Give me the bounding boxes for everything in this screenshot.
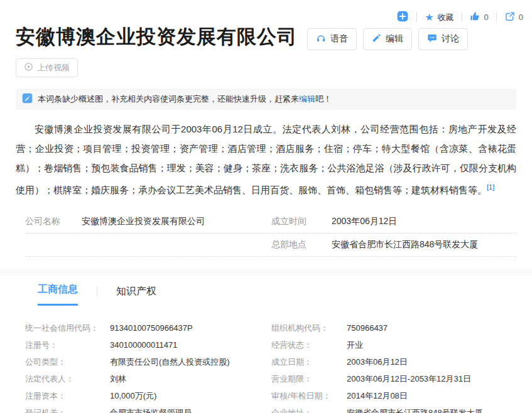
reference-link[interactable]: [1] <box>487 183 494 191</box>
notice-bar: 本词条缺少概述图，补充相关内容使词条更完整，还能快速升级，赶紧来编辑吧！ <box>16 88 516 110</box>
tab-business-info[interactable]: 工商信息 <box>38 283 78 306</box>
notice-edit-link[interactable]: 编辑 <box>299 94 315 104</box>
share-icon <box>504 11 515 24</box>
tab-divider <box>97 287 97 297</box>
company-name-cell: 公司名称 安徽博澳企业投资发展有限公司 <box>25 210 271 233</box>
toolbar-divider <box>416 13 417 22</box>
info-value: 91340100750966437P <box>110 319 193 336</box>
info-value: 2003年06月12日 <box>347 353 408 370</box>
tab-intellectual-property[interactable]: 知识产权 <box>116 285 156 306</box>
chat-bubble-icon <box>427 33 437 45</box>
info-label: 企业地址： <box>271 404 347 413</box>
toolbar-divider <box>462 13 462 22</box>
pencil-badge-icon <box>22 93 33 105</box>
share-count: 0 <box>519 13 523 22</box>
basic-info-row: 总部地点 安徽省合肥市长江西路848号联发大厦 <box>25 233 516 257</box>
info-label: 营业期限： <box>271 370 347 387</box>
hq-label: 总部地点 <box>271 239 332 250</box>
info-label: 成立日期： <box>271 353 347 370</box>
info-value: 安徽省合肥市长江西路848号联发大厦 <box>347 404 483 413</box>
business-info-right-column: 组织机构代码： 750966437 经营状态： 开业 成立日期： 2003年06… <box>271 319 516 413</box>
notice-text-before: 本词条缺少概述图，补充相关内容使词条更完整，还能快速升级，赶紧来 <box>38 94 299 104</box>
summary-text: 安徽博澳企业投资发展有限公司于2003年06月12日成立。法定代表人刘林，公司经… <box>16 124 516 195</box>
info-row: 组织机构代码： 750966437 <box>271 319 516 336</box>
info-row: 公司类型： 有限责任公司(自然人投资或控股) <box>25 353 271 370</box>
share-button[interactable]: 0 <box>504 11 523 24</box>
edit-label: 编辑 <box>386 33 403 45</box>
info-value: 开业 <box>347 336 363 353</box>
info-row: 注册号： 340100000011471 <box>25 336 271 353</box>
info-label: 法定代表人： <box>25 370 110 387</box>
info-row: 成立日期： 2003年06月12日 <box>271 353 516 370</box>
info-label: 注册号： <box>25 336 110 353</box>
founded-label: 成立时间 <box>271 216 332 227</box>
circle-plus-icon <box>24 62 33 73</box>
info-label: 审核/年检日期： <box>271 387 347 404</box>
info-value: 合肥市市场监督管理局 <box>110 404 192 413</box>
edit-button[interactable]: 编辑 <box>363 28 412 50</box>
title-buttons: 语音 编辑 讨论 <box>307 28 468 50</box>
info-label: 经营状态： <box>271 336 347 353</box>
info-value: 750966437 <box>347 319 388 336</box>
page-title: 安徽博澳企业投资发展有限公司 <box>16 24 297 50</box>
founded-value: 2003年06月12日 <box>332 216 397 227</box>
info-label: 统一社会信用代码： <box>25 319 110 336</box>
voice-label: 语音 <box>330 33 348 45</box>
upload-video-button[interactable]: 上传视频 <box>16 58 78 77</box>
pencil-icon <box>372 33 381 45</box>
like-count: 0 <box>484 13 489 22</box>
top-toolbar: ★ 收藏 0 0 <box>396 10 523 24</box>
section-divider-strip <box>0 268 532 276</box>
upload-video-label: 上传视频 <box>37 62 70 73</box>
info-row: 统一社会信用代码： 91340100750966437P <box>25 319 271 336</box>
add-button[interactable] <box>396 10 409 24</box>
thumbs-up-icon <box>470 11 480 24</box>
business-info-section: 统一社会信用代码： 91340100750966437P 注册号： 340100… <box>25 319 516 413</box>
basic-info-table: 公司名称 安徽博澳企业投资发展有限公司 成立时间 2003年06月12日 总部地… <box>25 210 516 257</box>
info-value: 有限责任公司(自然人投资或控股) <box>110 353 230 370</box>
tab-bar: 工商信息 知识产权 <box>38 276 516 306</box>
empty-cell <box>25 233 271 256</box>
baike-entry-page: ★ 收藏 0 0 安徽博澳企业投资发展有限公司 语音 <box>0 0 532 413</box>
company-name-label: 公司名称 <box>25 216 82 227</box>
info-value: 2003年06月12日-2053年12月31日 <box>347 370 471 387</box>
voice-button[interactable]: 语音 <box>307 28 357 50</box>
info-row: 经营状态： 开业 <box>271 336 516 353</box>
info-label: 登记机关： <box>25 404 110 413</box>
hq-cell: 总部地点 安徽省合肥市长江西路848号联发大厦 <box>271 233 478 256</box>
info-value: 340100000011471 <box>110 336 178 353</box>
title-row: 安徽博澳企业投资发展有限公司 语音 编辑 讨论 <box>16 0 516 50</box>
info-row: 企业地址： 安徽省合肥市长江西路848号联发大厦 <box>271 404 516 413</box>
info-value: 2014年12月08日 <box>347 387 408 404</box>
discuss-label: 讨论 <box>442 33 459 45</box>
like-button[interactable]: 0 <box>470 11 489 24</box>
favorite-label: 收藏 <box>438 12 454 23</box>
basic-info-row: 公司名称 安徽博澳企业投资发展有限公司 成立时间 2003年06月12日 <box>25 210 516 233</box>
info-value: 刘林 <box>110 370 126 387</box>
plus-square-icon <box>396 10 409 24</box>
info-value: 10,000万(元) <box>110 387 156 404</box>
discuss-button[interactable]: 讨论 <box>418 28 468 50</box>
business-info-left-column: 统一社会信用代码： 91340100750966437P 注册号： 340100… <box>25 319 271 413</box>
hq-value: 安徽省合肥市长江西路848号联发大厦 <box>332 239 478 250</box>
info-label: 公司类型： <box>25 353 110 370</box>
info-row: 法定代表人： 刘林 <box>25 370 271 387</box>
founded-cell: 成立时间 2003年06月12日 <box>271 210 397 233</box>
headphones-icon <box>316 33 326 45</box>
notice-text: 本词条缺少概述图，补充相关内容使词条更完整，还能快速升级，赶紧来编辑吧！ <box>38 94 332 105</box>
favorite-button[interactable]: ★ 收藏 <box>425 12 453 23</box>
summary-paragraph: 安徽博澳企业投资发展有限公司于2003年06月12日成立。法定代表人刘林，公司经… <box>16 119 516 200</box>
notice-text-after: 吧！ <box>315 94 332 104</box>
info-row: 审核/年检日期： 2014年12月08日 <box>271 387 516 404</box>
info-row: 注册资本： 10,000万(元) <box>25 387 271 404</box>
info-row: 登记机关： 合肥市市场监督管理局 <box>25 404 271 413</box>
company-name-value: 安徽博澳企业投资发展有限公司 <box>82 216 205 227</box>
info-label: 注册资本： <box>25 387 110 404</box>
info-row: 营业期限： 2003年06月12日-2053年12月31日 <box>271 370 516 387</box>
toolbar-divider <box>496 13 497 22</box>
info-label: 组织机构代码： <box>271 319 347 336</box>
star-icon: ★ <box>425 13 433 23</box>
